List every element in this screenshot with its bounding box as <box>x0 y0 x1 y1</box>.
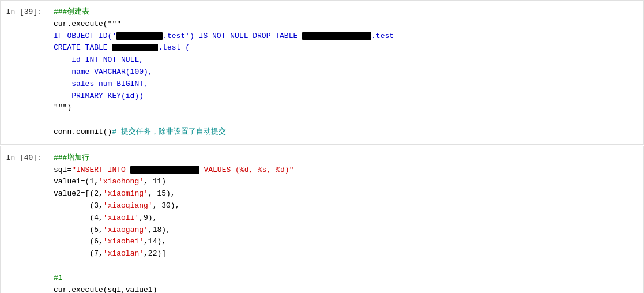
cell-40: In [40]: ###增加行 sql="INSERT INTO VALUES … <box>0 146 644 293</box>
redacted-2 <box>302 32 371 40</box>
code-12b: VALUES (%d, %s, %d)" <box>199 166 294 174</box>
cell-content-39: ###创建表 cur.execute(""" IF OBJECT_ID('.te… <box>47 1 643 144</box>
code-14s: 'xiaoming' <box>103 189 148 198</box>
code-19b: ,22)] <box>144 249 166 258</box>
code-7: sales_num BIGINT, <box>54 80 148 88</box>
code-10: conn.commit() <box>54 127 112 136</box>
code-2: cur.execute(""" <box>54 20 121 28</box>
cell-39: In [39]: ###创建表 cur.execute(""" IF OBJEC… <box>0 0 644 145</box>
code-3: IF OBJECT_ID(' <box>54 32 116 40</box>
code-15b: , 30), <box>153 201 180 210</box>
code-16s: 'xiaoli' <box>103 213 139 222</box>
code-14: value2=[(2, <box>54 189 103 198</box>
comment-1: ###创建表 <box>54 7 89 16</box>
code-16: (4, <box>54 213 103 222</box>
code-13s: 'xiaohong' <box>99 177 144 186</box>
code-18b: ,14), <box>144 237 166 246</box>
code-17b: ,18), <box>148 226 171 234</box>
comment-3: ###增加行 <box>54 153 89 162</box>
code-5: id INT NOT NULL, <box>54 55 144 64</box>
code-14b: , 15), <box>148 189 175 198</box>
redacted-3 <box>112 44 158 51</box>
redacted-1 <box>116 32 163 40</box>
code-3c: .test <box>371 32 394 40</box>
code-12: "INSERT INTO <box>71 166 130 174</box>
comment-4: #1 <box>54 273 63 282</box>
code-19: (7, <box>54 249 103 258</box>
cell-content-40: ###增加行 sql="INSERT INTO VALUES (%d, %s, … <box>47 146 643 293</box>
comment-2: # 提交任务，除非设置了自动提交 <box>112 127 226 136</box>
code-18: (6, <box>54 237 103 246</box>
cell-label-40: In [40]: <box>1 146 47 168</box>
code-15s: 'xiaoqiang' <box>103 201 153 210</box>
code-15: (3, <box>54 201 103 210</box>
code-6: name VARCHAR(100), <box>54 67 153 76</box>
code-11: sql= <box>54 166 71 174</box>
code-19s: 'xiaolan' <box>103 249 144 258</box>
code-4b: .test ( <box>158 43 190 52</box>
code-9: """) <box>54 103 71 112</box>
notebook: In [39]: ###创建表 cur.execute(""" IF OBJEC… <box>0 0 644 293</box>
cell-label-39: In [39]: <box>1 1 47 22</box>
code-13b: , 11) <box>144 177 166 186</box>
code-17: (5, <box>54 226 103 234</box>
code-16b: ,9), <box>139 213 157 222</box>
code-18s: 'xiaohei' <box>103 237 144 246</box>
code-17s: 'xiaogang' <box>103 226 148 234</box>
code-20: cur.execute(sql,value1) <box>54 286 157 293</box>
code-8: PRIMARY KEY(id)) <box>54 92 144 100</box>
code-13: value1=(1, <box>54 177 99 186</box>
redacted-4 <box>130 166 199 174</box>
code-3b: .test') IS NOT NULL DROP TABLE <box>163 32 302 40</box>
code-4: CREATE TABLE <box>54 43 112 52</box>
